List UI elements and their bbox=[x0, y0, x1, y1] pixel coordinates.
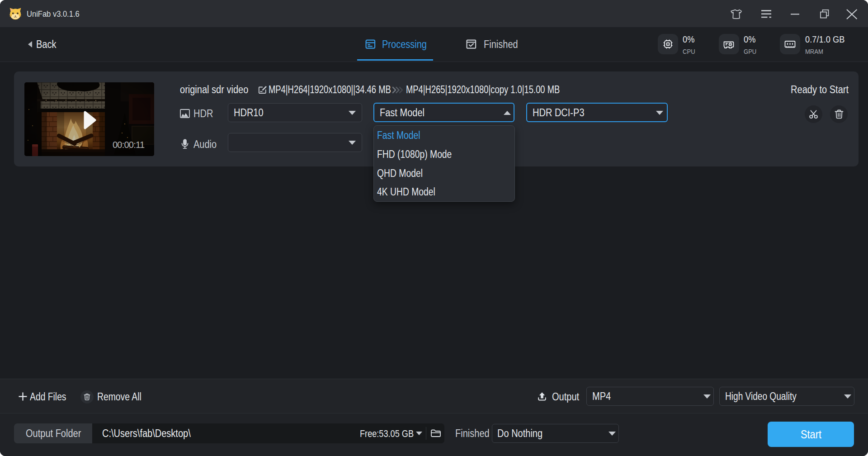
svg-text:00:00:11: 00:00:11 bbox=[113, 140, 145, 150]
